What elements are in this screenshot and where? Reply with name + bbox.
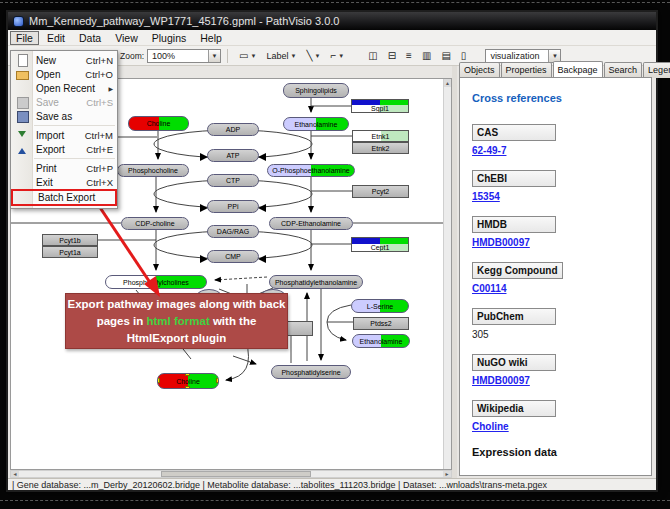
distribute-horizontal-button[interactable]: ▥ xyxy=(418,48,435,64)
statusbar: | Gene database: ...m_Derby_20120602.bri… xyxy=(8,478,656,490)
selection-handle[interactable] xyxy=(216,386,219,389)
xref-link[interactable]: Choline xyxy=(472,421,509,432)
node-phosphocholine[interactable]: Phosphocholine xyxy=(117,164,189,177)
node-sgpl1[interactable]: Sgpl1 xyxy=(351,99,409,113)
node-o-phosphoethanolamine[interactable]: O-Phosphoethanolamine xyxy=(267,164,355,177)
menu-item-open-recent[interactable]: Open Recent▶ xyxy=(11,81,117,95)
node-etnk2[interactable]: Etnk2 xyxy=(352,142,409,154)
chevron-down-icon[interactable]: ▼ xyxy=(548,50,560,62)
menu-item-export[interactable]: ExportCtrl+E xyxy=(11,142,117,156)
menu-item-import[interactable]: ImportCtrl+M xyxy=(11,128,117,142)
menubar-item-file[interactable]: File xyxy=(10,31,39,45)
menubar-item-view[interactable]: View xyxy=(109,31,144,45)
node-phosphatidylserine[interactable]: Phosphatidylserine xyxy=(271,365,351,379)
canvas-horizontal-scrollbar[interactable]: ◄ ► xyxy=(10,470,452,478)
align-center-x-button[interactable]: ◫ xyxy=(364,48,381,64)
node-ethanolamine-top[interactable]: Ethanolamine xyxy=(283,117,349,131)
menu-item-batch-export[interactable]: Batch Export xyxy=(11,189,117,206)
tab-backpage[interactable]: Backpage xyxy=(553,61,603,77)
chevron-down-icon: ▼ xyxy=(338,53,344,59)
annotation-callout: Export pathway images along with back pa… xyxy=(65,293,288,349)
node-ppi[interactable]: PPi xyxy=(207,200,259,213)
menu-item-shortcut: Ctrl+S xyxy=(86,97,113,108)
node-choline-selected[interactable]: Choline xyxy=(157,373,219,389)
zoom-combobox[interactable]: 100% ▼ xyxy=(147,49,221,63)
scroll-right-icon[interactable]: ► xyxy=(443,471,451,477)
file-menu: NewCtrl+NOpenCtrl+OOpen Recent▶SaveCtrl+… xyxy=(10,50,118,209)
scroll-left-icon[interactable]: ◄ xyxy=(11,471,19,477)
bottom-dashed-line xyxy=(0,500,670,501)
common-width-button[interactable]: ▤ xyxy=(437,48,454,64)
selection-handle[interactable] xyxy=(185,386,190,389)
node-etnk1[interactable]: Etnk1 xyxy=(352,130,409,142)
visualization-combobox[interactable]: visualization ▼ xyxy=(485,49,561,63)
selection-handle[interactable] xyxy=(185,373,190,376)
menu-item-exit[interactable]: ExitCtrl+X xyxy=(11,175,117,189)
callout-highlight: html format xyxy=(146,315,209,327)
menu-item-open[interactable]: OpenCtrl+O xyxy=(11,67,117,81)
node-ctp[interactable]: CTP xyxy=(207,174,259,187)
node-cmp[interactable]: CMP xyxy=(207,250,259,263)
node-adp[interactable]: ADP xyxy=(207,123,259,136)
export-icon xyxy=(16,143,28,155)
node-phosphatidylethanolamine[interactable]: Phosphatidylethanolamine xyxy=(269,275,363,289)
node-pcyt1b[interactable]: Pcyt1b xyxy=(42,234,98,246)
xref-link[interactable]: C00114 xyxy=(472,283,506,294)
node-ptdss2[interactable]: Ptdss2 xyxy=(353,317,409,330)
datanode-tool-button[interactable]: ▭▼ xyxy=(235,48,260,64)
label-tool-button[interactable]: Label▼ xyxy=(263,48,301,64)
menubar-item-edit[interactable]: Edit xyxy=(41,31,71,45)
backpage-panel: Cross references CAS62-49-7ChEBI15354HMD… xyxy=(459,77,652,476)
node-sphingolipids[interactable]: Sphingolipids xyxy=(283,83,349,98)
node-dag[interactable]: DAG/RAG xyxy=(207,225,259,238)
chevron-down-icon: ▼ xyxy=(315,53,321,59)
node-cdp-ethanolamine[interactable]: CDP-Ethanolamine xyxy=(269,217,353,230)
align-center-y-button[interactable]: ⊟ xyxy=(384,48,400,64)
tab-search[interactable]: Search xyxy=(604,62,643,78)
app-icon xyxy=(13,16,24,27)
xref-link[interactable]: 62-49-7 xyxy=(472,145,506,156)
menu-item-new[interactable]: NewCtrl+N xyxy=(11,53,117,67)
align-center-x-icon: ◫ xyxy=(368,51,377,61)
menubar-item-help[interactable]: Help xyxy=(194,31,228,45)
menu-item-label: Open xyxy=(32,69,85,80)
xref-link[interactable]: 15354 xyxy=(472,191,500,202)
tab-objects[interactable]: Objects xyxy=(459,62,500,78)
node-atp[interactable]: ATP xyxy=(207,149,259,162)
canvas-vertical-scrollbar[interactable]: ▲ xyxy=(443,79,451,469)
selection-handle[interactable] xyxy=(216,373,219,376)
scroll-up-icon[interactable]: ▲ xyxy=(444,79,451,87)
selection-handle[interactable] xyxy=(157,386,160,389)
menu-item-save-as[interactable]: Save as xyxy=(11,109,117,123)
chevron-down-icon[interactable]: ▼ xyxy=(208,50,220,62)
node-choline-top[interactable]: Choline xyxy=(128,116,189,131)
menu-item-shortcut: Ctrl+M xyxy=(85,130,113,141)
callout-line3: HtmlExport plugin xyxy=(66,330,287,347)
menu-item-print[interactable]: PrintCtrl+P xyxy=(11,161,117,175)
node-pcyt1a[interactable]: Pcyt1a xyxy=(42,246,98,258)
node-phosphatidylcholines[interactable]: Phosphatidylcholines xyxy=(105,275,207,289)
xref-link[interactable]: HMDB00097 xyxy=(472,375,530,386)
node-pcyt2[interactable]: Pcyt2 xyxy=(352,185,409,198)
node-l-serine[interactable]: L-Serine xyxy=(351,299,409,313)
menubar-item-plugins[interactable]: Plugins xyxy=(146,31,192,45)
callout-line2: pages in html format with the xyxy=(66,313,287,330)
tab-properties[interactable]: Properties xyxy=(501,62,552,78)
node-cdp-choline[interactable]: CDP-choline xyxy=(121,217,189,230)
line-tool-button[interactable]: ╲▼ xyxy=(302,48,324,64)
cross-references-heading: Cross references xyxy=(472,92,651,104)
node-cept1[interactable]: Cept1 xyxy=(351,237,409,252)
menu-item-save[interactable]: SaveCtrl+S xyxy=(11,95,117,109)
tab-legend[interactable]: Legend xyxy=(643,62,670,78)
xref-link[interactable]: HMDB00097 xyxy=(472,237,530,248)
selection-handle[interactable] xyxy=(157,378,160,383)
xref-db-header: NuGO wiki xyxy=(472,354,556,371)
selection-handle[interactable] xyxy=(157,373,160,376)
scrollbar-thumb[interactable] xyxy=(161,471,311,477)
node-ethanolamine-2[interactable]: Ethanolamine xyxy=(352,334,410,348)
selection-handle[interactable] xyxy=(216,378,219,383)
common-size-button[interactable]: ≡ xyxy=(402,48,416,64)
menu-item-shortcut: Ctrl+E xyxy=(86,144,113,155)
connector-tool-button[interactable]: ⌐▼ xyxy=(326,48,348,64)
menubar-item-data[interactable]: Data xyxy=(73,31,107,45)
